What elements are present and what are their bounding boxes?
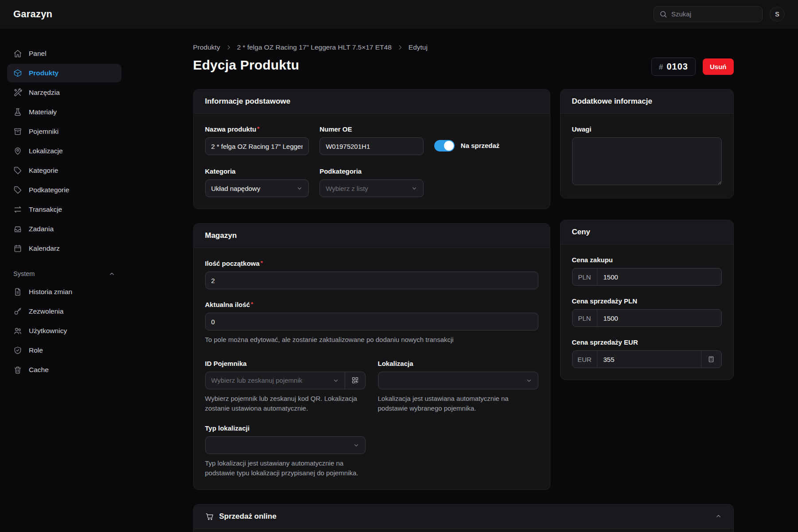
- sidebar-item-kategorie[interactable]: Kategorie: [7, 161, 121, 180]
- sale-price-eur-label: Cena sprzedaży EUR: [572, 338, 722, 346]
- search-input[interactable]: [671, 10, 757, 18]
- basic-info-card-title: Informacje podstawowe: [194, 89, 550, 114]
- qr-scan-button[interactable]: [345, 372, 365, 389]
- chevron-down-icon: [296, 185, 303, 191]
- currency-prefix: EUR: [572, 351, 597, 368]
- shield-check-icon: [13, 346, 22, 355]
- sidebar-section-system: System: [7, 270, 121, 283]
- current-qty-label: Aktualna ilość*: [205, 301, 538, 308]
- sidebar-item-lokalizacje[interactable]: Lokalizacje: [7, 142, 121, 160]
- search-box[interactable]: [654, 6, 763, 22]
- delete-button[interactable]: Usuń: [703, 58, 734, 75]
- oe-number-input[interactable]: [319, 137, 424, 155]
- required-marker: *: [251, 301, 253, 307]
- sidebar-item-transakcje[interactable]: Transakcje: [7, 200, 121, 219]
- chevron-right-icon: [397, 44, 403, 50]
- chevron-down-icon: [526, 377, 532, 384]
- breadcrumb: Produkty 2 * felga OZ Racing 17" Leggera…: [193, 43, 734, 51]
- sidebar-item-pojemniki[interactable]: Pojemniki: [7, 122, 121, 141]
- container-id-label: ID Pojemnika: [205, 360, 366, 367]
- prices-card: Ceny Cena zakupu PLN Cena sprzedaży PLN: [560, 220, 734, 380]
- chevron-down-icon: [353, 442, 359, 448]
- product-name-label: Nazwa produktu*: [205, 125, 309, 133]
- cart-icon: [205, 512, 214, 521]
- additional-info-card-title: Dodatkowe informacje: [561, 89, 733, 114]
- on-sale-toggle[interactable]: [434, 140, 455, 151]
- qr-code-icon: [351, 377, 359, 384]
- inbox-icon: [13, 225, 22, 233]
- breadcrumb-product[interactable]: 2 * felga OZ Racing 17" Leggera HLT 7.5×…: [237, 43, 392, 51]
- sidebar-item-podkategorie[interactable]: Podkategorie: [7, 181, 121, 199]
- location-type-select[interactable]: [205, 436, 366, 454]
- prices-card-title: Ceny: [561, 220, 733, 245]
- home-icon: [13, 49, 22, 58]
- trash-icon: [13, 365, 22, 374]
- currency-prefix: PLN: [572, 268, 597, 285]
- location-label: Lokalizacja: [378, 360, 538, 367]
- sale-price-eur-group: EUR: [572, 350, 722, 368]
- tag-icon: [13, 166, 22, 175]
- sale-price-pln-label: Cena sprzedaży PLN: [572, 297, 722, 305]
- sidebar-item-narzedzia[interactable]: Narzędzia: [7, 83, 121, 102]
- chevron-right-icon: [226, 44, 232, 50]
- users-icon: [13, 326, 22, 335]
- location-type-label: Typ lokalizacji: [205, 424, 366, 432]
- cube-icon: [13, 69, 22, 78]
- sidebar-item-panel[interactable]: Panel: [7, 44, 121, 63]
- sidebar-item-uzytkownicy[interactable]: Użytkownicy: [7, 322, 121, 340]
- stock-card-title: Magazyn: [194, 224, 550, 248]
- product-name-input[interactable]: [205, 137, 309, 155]
- page-title: Edycja Produktu: [193, 58, 300, 73]
- avatar[interactable]: S: [770, 7, 785, 22]
- arrows-right-left-icon: [13, 205, 22, 214]
- sidebar-item-kalendarz[interactable]: Kalendarz: [7, 239, 121, 258]
- breadcrumb-edytuj: Edytuj: [409, 43, 428, 51]
- sidebar-item-cache[interactable]: Cache: [7, 361, 121, 379]
- notes-label: Uwagi: [572, 125, 722, 133]
- container-select-group: Wybierz lub zeskanuj pojemnik: [205, 372, 366, 389]
- current-qty-input[interactable]: [205, 313, 538, 330]
- sidebar-item-materialy[interactable]: Materiały: [7, 103, 121, 121]
- on-sale-label: Na sprzedaż: [461, 142, 500, 149]
- initial-qty-label: Ilość początkowa*: [205, 260, 538, 267]
- oe-number-label: Numer OE: [319, 125, 424, 133]
- main-content: Produkty 2 * felga OZ Racing 17" Leggera…: [128, 28, 798, 532]
- basic-info-card: Informacje podstawowe Nazwa produktu* Nu…: [193, 89, 550, 209]
- calculate-eur-button[interactable]: [701, 351, 721, 368]
- calculator-icon: [708, 356, 715, 363]
- current-qty-help: To pole można edytować, ale zostanie zak…: [205, 335, 538, 345]
- sidebar-item-produkty[interactable]: Produkty: [7, 64, 121, 82]
- purchase-price-input[interactable]: [597, 273, 721, 281]
- container-select[interactable]: Wybierz lub zeskanuj pojemnik: [206, 372, 345, 389]
- search-icon: [659, 10, 667, 18]
- sale-price-pln-input[interactable]: [597, 315, 721, 322]
- subcategory-select[interactable]: Wybierz z listy: [319, 179, 424, 197]
- flask-icon: [13, 108, 22, 116]
- breadcrumb-produkty[interactable]: Produkty: [193, 43, 220, 51]
- notes-textarea[interactable]: [572, 137, 722, 185]
- required-marker: *: [261, 260, 263, 266]
- location-type-help: Typ lokalizacji jest ustawiany automatyc…: [205, 458, 366, 478]
- document-icon: [13, 287, 22, 296]
- app-logo: Garazyn: [13, 8, 52, 20]
- additional-info-card: Dodatkowe informacje Uwagi: [560, 89, 734, 198]
- map-pin-icon: [13, 147, 22, 155]
- chevron-up-icon[interactable]: [715, 513, 722, 520]
- sale-price-eur-input[interactable]: [597, 356, 701, 363]
- category-select[interactable]: Układ napędowy: [205, 179, 309, 197]
- sidebar-item-zadania[interactable]: Zadania: [7, 220, 121, 238]
- container-help: Wybierz pojemnik lub zeskanuj kod QR. Lo…: [205, 394, 366, 413]
- location-select[interactable]: [378, 372, 538, 389]
- chevron-down-icon: [411, 185, 417, 191]
- product-id-badge: # 0103: [651, 58, 696, 76]
- initial-qty-input[interactable]: [205, 272, 538, 289]
- tag-icon: [13, 186, 22, 194]
- subcategory-label: Podkategoria: [319, 167, 424, 175]
- sidebar-item-historia-zmian[interactable]: Historia zmian: [7, 283, 121, 301]
- location-help: Lokalizacja jest ustawiana automatycznie…: [378, 394, 538, 413]
- sidebar-item-zezwolenia[interactable]: Zezwolenia: [7, 302, 121, 321]
- chevron-up-icon[interactable]: [109, 271, 115, 277]
- sidebar-item-role[interactable]: Role: [7, 341, 121, 360]
- box-icon: [13, 127, 22, 136]
- chevron-down-icon: [333, 377, 339, 384]
